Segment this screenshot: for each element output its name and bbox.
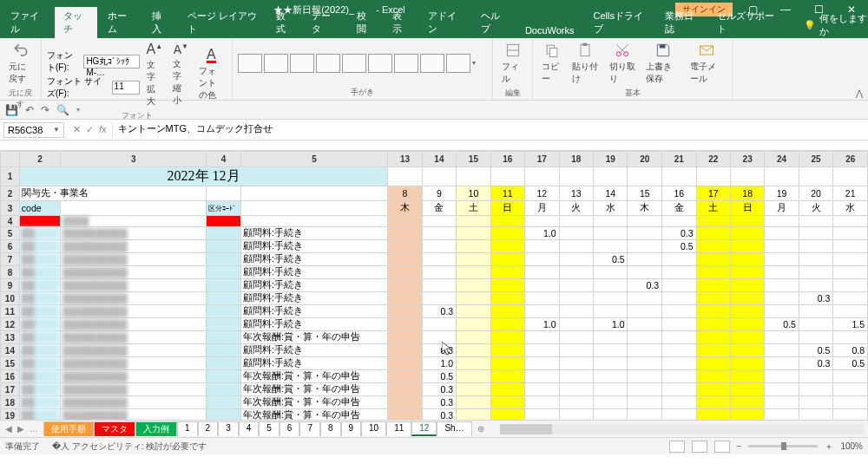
paste-button[interactable]: 貼り付け xyxy=(569,40,602,87)
column-header[interactable]: 26 xyxy=(833,152,868,167)
ink-pen-gallery[interactable]: ▾ xyxy=(238,40,487,86)
blurred-cell[interactable]: ██ xyxy=(19,318,61,331)
value-cell[interactable] xyxy=(388,279,422,292)
value-cell[interactable] xyxy=(833,331,868,344)
value-cell[interactable] xyxy=(696,227,730,240)
value-cell[interactable] xyxy=(696,357,730,370)
value-cell[interactable] xyxy=(490,227,524,240)
blurred-cell[interactable]: ██ xyxy=(19,253,61,266)
value-cell[interactable] xyxy=(422,292,457,305)
value-cell[interactable] xyxy=(593,227,628,240)
column-header[interactable]: 18 xyxy=(559,152,593,167)
value-cell[interactable] xyxy=(833,383,868,396)
zoom-in-icon[interactable]: ＋ xyxy=(825,441,833,453)
value-cell[interactable] xyxy=(593,370,628,383)
value-cell[interactable] xyxy=(457,279,490,292)
value-cell[interactable]: 0.3 xyxy=(422,344,457,357)
row-header[interactable]: 2 xyxy=(1,186,20,201)
value-cell[interactable] xyxy=(628,240,662,253)
blurred-cell[interactable]: ██ xyxy=(19,292,61,305)
blurred-cell[interactable]: ██████████ xyxy=(61,383,207,396)
row-header[interactable]: 13 xyxy=(1,331,20,344)
value-cell[interactable] xyxy=(422,253,457,266)
day-of-week[interactable]: 日 xyxy=(730,201,764,216)
column-header[interactable]: 5 xyxy=(241,152,388,167)
value-cell[interactable] xyxy=(730,409,764,421)
value-cell[interactable] xyxy=(490,266,524,279)
cell[interactable] xyxy=(207,292,241,305)
cell[interactable] xyxy=(207,279,241,292)
value-cell[interactable] xyxy=(765,279,799,292)
sheet-tab[interactable]: 9 xyxy=(341,421,362,436)
value-cell[interactable]: 0.5 xyxy=(833,357,868,370)
value-cell[interactable] xyxy=(525,383,560,396)
value-cell[interactable] xyxy=(628,216,662,227)
value-cell[interactable] xyxy=(457,331,490,344)
value-cell[interactable] xyxy=(799,383,833,396)
column-header[interactable]: 22 xyxy=(696,152,730,167)
value-cell[interactable] xyxy=(457,383,490,396)
task-cell[interactable] xyxy=(241,216,388,227)
value-cell[interactable] xyxy=(833,266,868,279)
cell[interactable] xyxy=(207,227,241,240)
row-header[interactable]: 8 xyxy=(1,266,20,279)
value-cell[interactable] xyxy=(765,216,799,227)
value-cell[interactable] xyxy=(628,266,662,279)
value-cell[interactable] xyxy=(593,357,628,370)
value-cell[interactable] xyxy=(833,216,868,227)
value-cell[interactable] xyxy=(696,253,730,266)
cut-button[interactable]: 切り取り xyxy=(606,40,640,87)
value-cell[interactable] xyxy=(662,305,697,318)
task-cell[interactable]: 年次報酬:賞・算・年の申告 xyxy=(241,383,388,396)
value-cell[interactable] xyxy=(730,253,764,266)
ribbon-tab-8[interactable]: 表示 xyxy=(384,7,418,38)
column-header[interactable]: 16 xyxy=(490,152,524,167)
value-cell[interactable]: 1.5 xyxy=(833,318,868,331)
cell[interactable] xyxy=(207,383,241,396)
day-number[interactable]: 10 xyxy=(457,186,490,201)
row-header[interactable]: 17 xyxy=(1,383,20,396)
value-cell[interactable] xyxy=(765,292,799,305)
day-of-week[interactable]: 金 xyxy=(422,201,457,216)
value-cell[interactable] xyxy=(457,253,490,266)
value-cell[interactable]: 1.0 xyxy=(525,227,560,240)
value-cell[interactable] xyxy=(490,383,524,396)
value-cell[interactable]: 0.8 xyxy=(833,344,868,357)
pen-style-icon[interactable] xyxy=(238,54,262,73)
blurred-cell[interactable]: ██ xyxy=(19,357,61,370)
value-cell[interactable] xyxy=(457,370,490,383)
value-cell[interactable] xyxy=(388,396,422,409)
day-number[interactable]: 8 xyxy=(388,186,422,201)
value-cell[interactable] xyxy=(525,266,560,279)
formula-cancel-icon[interactable]: ✕ xyxy=(73,124,81,135)
email-button[interactable]: 電子メール xyxy=(687,40,727,87)
zoom-level[interactable]: 100% xyxy=(840,441,863,451)
sheet-nav-next-icon[interactable]: ▶ xyxy=(17,424,24,434)
day-of-week[interactable]: 火 xyxy=(799,201,833,216)
blurred-cell[interactable]: ██ xyxy=(19,409,61,421)
cell[interactable] xyxy=(19,216,61,227)
value-cell[interactable] xyxy=(730,396,764,409)
accessibility-status[interactable]: �人 アクセシビリティ: 検討が必要です xyxy=(52,441,207,453)
value-cell[interactable] xyxy=(696,318,730,331)
ribbon-tab-9[interactable]: アドイン xyxy=(419,7,470,38)
task-cell[interactable]: 顧問料:手続き xyxy=(241,266,388,279)
value-cell[interactable]: 0.3 xyxy=(422,396,457,409)
cell[interactable] xyxy=(207,240,241,253)
value-cell[interactable] xyxy=(490,240,524,253)
value-cell[interactable] xyxy=(628,357,662,370)
ribbon-tab-14[interactable]: セルズサポート xyxy=(708,7,785,38)
value-cell[interactable] xyxy=(662,396,697,409)
day-number[interactable]: 21 xyxy=(833,186,868,201)
cell[interactable] xyxy=(207,409,241,421)
value-cell[interactable] xyxy=(525,240,560,253)
value-cell[interactable]: 1.0 xyxy=(422,357,457,370)
row-header[interactable]: 12 xyxy=(1,318,20,331)
blurred-cell[interactable]: ██ xyxy=(19,344,61,357)
blurred-cell[interactable]: ██████████ xyxy=(61,240,207,253)
value-cell[interactable]: 0.3 xyxy=(799,292,833,305)
value-cell[interactable]: 0.3 xyxy=(628,279,662,292)
blurred-cell[interactable]: ██████████ xyxy=(61,253,207,266)
blurred-cell[interactable]: ██ xyxy=(19,383,61,396)
pen-style-icon[interactable] xyxy=(290,54,314,73)
